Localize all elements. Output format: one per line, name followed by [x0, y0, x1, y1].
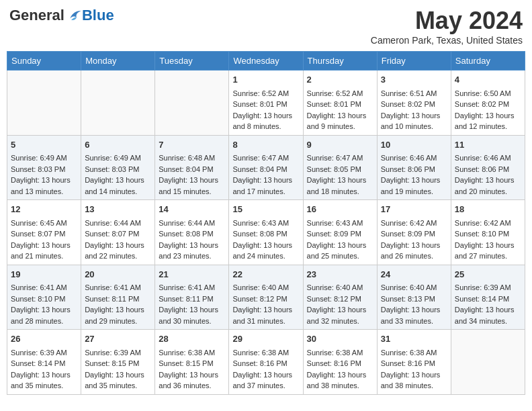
- sunrise-text: Sunrise: 6:46 AM: [381, 154, 437, 162]
- sunset-text: Sunset: 8:04 PM: [159, 165, 213, 173]
- daylight-text: Daylight: 13 hours and 14 minutes.: [85, 176, 144, 195]
- day-number: 17: [381, 203, 447, 216]
- calendar-cell: 30Sunrise: 6:38 AMSunset: 8:16 PMDayligh…: [303, 330, 377, 395]
- calendar-cell: 22Sunrise: 6:40 AMSunset: 8:12 PMDayligh…: [229, 265, 303, 330]
- sunrise-text: Sunrise: 6:52 AM: [307, 89, 363, 97]
- sunrise-text: Sunrise: 6:38 AM: [159, 349, 215, 357]
- calendar-cell: 31Sunrise: 6:38 AMSunset: 8:16 PMDayligh…: [377, 330, 451, 395]
- day-header-saturday: Saturday: [451, 52, 525, 71]
- sunset-text: Sunset: 8:07 PM: [85, 230, 139, 238]
- sunrise-text: Sunrise: 6:38 AM: [232, 349, 289, 357]
- sunset-text: Sunset: 8:11 PM: [85, 295, 139, 303]
- calendar-cell: 19Sunrise: 6:41 AMSunset: 8:10 PMDayligh…: [7, 265, 81, 330]
- daylight-text: Daylight: 13 hours and 10 minutes.: [381, 111, 441, 131]
- sunset-text: Sunset: 8:16 PM: [307, 359, 361, 367]
- daylight-text: Daylight: 13 hours and 23 minutes.: [159, 241, 218, 261]
- daylight-text: Daylight: 13 hours and 34 minutes.: [455, 306, 515, 325]
- calendar-cell: 1Sunrise: 6:52 AMSunset: 8:01 PMDaylight…: [229, 71, 303, 136]
- day-header-tuesday: Tuesday: [155, 52, 229, 71]
- calendar-cell: 18Sunrise: 6:42 AMSunset: 8:10 PMDayligh…: [451, 200, 525, 265]
- calendar-cell: 2Sunrise: 6:52 AMSunset: 8:01 PMDaylight…: [303, 71, 377, 136]
- sunset-text: Sunset: 8:08 PM: [159, 230, 213, 238]
- calendar-cell: [451, 330, 525, 395]
- sunrise-text: Sunrise: 6:41 AM: [85, 283, 141, 291]
- day-number: 2: [307, 73, 373, 87]
- day-number: 16: [307, 203, 373, 216]
- daylight-text: Daylight: 13 hours and 38 minutes.: [307, 371, 367, 390]
- sunrise-text: Sunrise: 6:44 AM: [85, 219, 141, 227]
- title-block: May 2024 Cameron Park, Texas, United Sta…: [371, 7, 523, 46]
- sunrise-text: Sunrise: 6:40 AM: [381, 283, 437, 291]
- calendar-cell: 10Sunrise: 6:46 AMSunset: 8:06 PMDayligh…: [377, 135, 451, 200]
- day-number: 12: [11, 203, 77, 216]
- day-header-thursday: Thursday: [303, 52, 377, 71]
- calendar-cell: [155, 71, 229, 136]
- calendar-cell: 27Sunrise: 6:39 AMSunset: 8:15 PMDayligh…: [81, 330, 155, 395]
- calendar-cell: 5Sunrise: 6:49 AMSunset: 8:03 PMDaylight…: [7, 135, 81, 200]
- day-number: 25: [455, 268, 521, 281]
- sunset-text: Sunset: 8:16 PM: [232, 359, 287, 367]
- sunset-text: Sunset: 8:02 PM: [381, 100, 435, 108]
- sunrise-text: Sunrise: 6:38 AM: [307, 349, 363, 357]
- calendar-week-row: 12Sunrise: 6:45 AMSunset: 8:07 PMDayligh…: [7, 200, 525, 265]
- calendar-week-row: 26Sunrise: 6:39 AMSunset: 8:14 PMDayligh…: [7, 330, 525, 395]
- sunrise-text: Sunrise: 6:47 AM: [232, 154, 289, 162]
- sunset-text: Sunset: 8:09 PM: [381, 230, 435, 238]
- calendar-cell: 6Sunrise: 6:49 AMSunset: 8:03 PMDaylight…: [81, 135, 155, 200]
- day-number: 26: [11, 332, 77, 346]
- day-number: 13: [85, 203, 151, 216]
- logo-general-text: General: [9, 7, 64, 24]
- sunset-text: Sunset: 8:12 PM: [307, 295, 361, 303]
- sunrise-text: Sunrise: 6:39 AM: [85, 349, 141, 357]
- sunset-text: Sunset: 8:06 PM: [455, 165, 509, 173]
- daylight-text: Daylight: 13 hours and 13 minutes.: [11, 176, 71, 195]
- sunset-text: Sunset: 8:14 PM: [455, 295, 509, 303]
- daylight-text: Daylight: 13 hours and 25 minutes.: [307, 241, 367, 261]
- sunrise-text: Sunrise: 6:48 AM: [159, 154, 215, 162]
- calendar-cell: 14Sunrise: 6:44 AMSunset: 8:08 PMDayligh…: [155, 200, 229, 265]
- calendar-cell: 8Sunrise: 6:47 AMSunset: 8:04 PMDaylight…: [229, 135, 303, 200]
- daylight-text: Daylight: 13 hours and 32 minutes.: [307, 306, 367, 325]
- calendar-cell: 24Sunrise: 6:40 AMSunset: 8:13 PMDayligh…: [377, 265, 451, 330]
- daylight-text: Daylight: 13 hours and 37 minutes.: [232, 371, 292, 390]
- sunset-text: Sunset: 8:03 PM: [11, 165, 65, 173]
- calendar-cell: 9Sunrise: 6:47 AMSunset: 8:05 PMDaylight…: [303, 135, 377, 200]
- calendar-cell: 23Sunrise: 6:40 AMSunset: 8:12 PMDayligh…: [303, 265, 377, 330]
- day-number: 5: [11, 138, 77, 152]
- logo-blue-text: Blue: [82, 7, 114, 24]
- day-header-friday: Friday: [377, 52, 451, 71]
- sunset-text: Sunset: 8:08 PM: [232, 230, 287, 238]
- daylight-text: Daylight: 13 hours and 36 minutes.: [159, 371, 218, 390]
- sunset-text: Sunset: 8:15 PM: [85, 359, 139, 367]
- sunset-text: Sunset: 8:07 PM: [11, 230, 65, 238]
- daylight-text: Daylight: 13 hours and 27 minutes.: [455, 241, 515, 261]
- daylight-text: Daylight: 13 hours and 12 minutes.: [455, 111, 515, 131]
- location-text: Cameron Park, Texas, United States: [371, 35, 523, 46]
- day-number: 19: [11, 268, 77, 281]
- daylight-text: Daylight: 13 hours and 17 minutes.: [232, 176, 292, 195]
- sunset-text: Sunset: 8:12 PM: [232, 295, 287, 303]
- sunrise-text: Sunrise: 6:41 AM: [159, 283, 215, 291]
- day-number: 30: [307, 332, 373, 346]
- daylight-text: Daylight: 13 hours and 31 minutes.: [232, 306, 292, 325]
- sunrise-text: Sunrise: 6:42 AM: [455, 219, 511, 227]
- calendar-week-row: 1Sunrise: 6:52 AMSunset: 8:01 PMDaylight…: [7, 71, 525, 136]
- sunrise-text: Sunrise: 6:41 AM: [11, 283, 67, 291]
- sunrise-text: Sunrise: 6:40 AM: [232, 283, 289, 291]
- sunset-text: Sunset: 8:14 PM: [11, 359, 65, 367]
- day-number: 10: [381, 138, 447, 152]
- day-number: 29: [232, 332, 299, 346]
- daylight-text: Daylight: 13 hours and 26 minutes.: [381, 241, 441, 261]
- daylight-text: Daylight: 13 hours and 29 minutes.: [85, 306, 144, 325]
- sunrise-text: Sunrise: 6:51 AM: [381, 89, 437, 97]
- sunset-text: Sunset: 8:02 PM: [455, 100, 509, 108]
- sunset-text: Sunset: 8:04 PM: [232, 165, 287, 173]
- day-number: 21: [159, 268, 225, 281]
- sunrise-text: Sunrise: 6:49 AM: [11, 154, 67, 162]
- daylight-text: Daylight: 13 hours and 9 minutes.: [307, 111, 367, 131]
- sunrise-text: Sunrise: 6:43 AM: [232, 219, 289, 227]
- calendar-cell: [7, 71, 81, 136]
- daylight-text: Daylight: 13 hours and 8 minutes.: [232, 111, 292, 131]
- logo-bird-icon: [66, 9, 82, 22]
- sunset-text: Sunset: 8:05 PM: [307, 165, 361, 173]
